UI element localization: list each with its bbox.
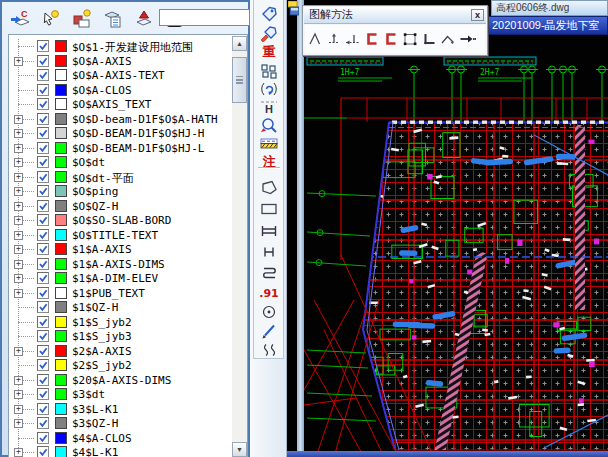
layer-color-swatch[interactable]: [55, 403, 67, 415]
layer-color-swatch[interactable]: [55, 316, 67, 328]
layer-visibility-checkbox[interactable]: [37, 200, 49, 212]
expand-icon[interactable]: +: [14, 419, 23, 428]
layer-visibility-checkbox[interactable]: [37, 113, 49, 125]
layer-color-swatch[interactable]: [55, 272, 67, 284]
layer-color-swatch[interactable]: [55, 69, 67, 81]
polygon-icon[interactable]: [257, 177, 281, 196]
layer-color-swatch[interactable]: [55, 243, 67, 255]
layer-color-swatch[interactable]: [55, 200, 67, 212]
layer-visibility-checkbox[interactable]: [37, 316, 49, 328]
layer-color-swatch[interactable]: [55, 446, 67, 457]
expand-icon[interactable]: +: [14, 115, 23, 124]
minimized-window-icon[interactable]: [288, 1, 299, 16]
layer-row[interactable]: $4$A-CLOS: [9, 431, 230, 446]
layer-row[interactable]: $O$A-AXIS-TEXT: [9, 68, 230, 83]
bracket-red2-icon[interactable]: [381, 30, 400, 48]
wave-icon[interactable]: [257, 340, 281, 359]
layer-color-swatch[interactable]: [55, 98, 67, 110]
layer-visibility-checkbox[interactable]: [37, 330, 49, 342]
layer-row[interactable]: +$1$A-DIM-ELEV: [9, 271, 230, 286]
expand-icon[interactable]: +: [14, 245, 23, 254]
layer-convert-icon[interactable]: C: [6, 6, 33, 31]
layer-color-swatch[interactable]: [55, 301, 67, 313]
layer-visibility-checkbox[interactable]: [37, 40, 49, 52]
layer-visibility-checkbox[interactable]: [37, 345, 49, 357]
layer-color-swatch[interactable]: [55, 229, 67, 241]
layer-row[interactable]: +$O$dt-平面: [9, 170, 230, 185]
layer-row[interactable]: $2$S_jyb2: [9, 358, 230, 373]
mdi-titlebar-active[interactable]: 20201009-晶发地下室: [487, 16, 608, 35]
layer-color-swatch[interactable]: [55, 287, 67, 299]
layer-row[interactable]: +$O$D-BEAM-D1F$O$HJ-L: [9, 141, 230, 156]
layer-tree-list[interactable]: $O$1-开发建设用地范围+$O$A-AXIS$O$A-AXIS-TEXT$O$…: [8, 34, 248, 457]
layer-row[interactable]: +$1$A-AXIS-DIMS: [9, 257, 230, 272]
layer-visibility-checkbox[interactable]: [37, 403, 49, 415]
layer-color-swatch[interactable]: [55, 40, 67, 52]
layer-row[interactable]: +$3$dt: [9, 387, 230, 402]
scrollbar[interactable]: ▲ ▼: [232, 36, 247, 457]
layer-visibility-checkbox[interactable]: [37, 272, 49, 284]
layer-visibility-checkbox[interactable]: [37, 432, 49, 444]
layer-row[interactable]: $1$S_jyb2: [9, 315, 230, 330]
expand-icon[interactable]: +: [14, 173, 23, 182]
scroll-down-button[interactable]: ▼: [232, 442, 247, 457]
layer-walk-icon[interactable]: [37, 6, 64, 31]
layer-visibility-checkbox[interactable]: [37, 214, 49, 226]
layer-visibility-checkbox[interactable]: [37, 55, 49, 67]
layer-visibility-checkbox[interactable]: [37, 446, 49, 457]
layer-visibility-checkbox[interactable]: [37, 301, 49, 313]
rect-handles-icon[interactable]: [400, 30, 419, 48]
layer-visibility-checkbox[interactable]: [37, 98, 49, 110]
expand-icon[interactable]: +: [14, 216, 23, 225]
expand-icon[interactable]: +: [14, 448, 23, 457]
layer-color-swatch[interactable]: [55, 84, 67, 96]
layer-visibility-checkbox[interactable]: [37, 359, 49, 371]
layer-match-icon[interactable]: [68, 6, 95, 31]
layer-visibility-checkbox[interactable]: [37, 185, 49, 197]
zhu-text-icon[interactable]: 注: [257, 152, 281, 171]
beam-icon[interactable]: [257, 221, 281, 240]
angle-arrow-icon[interactable]: [438, 30, 457, 48]
layer-color-swatch[interactable]: [55, 214, 67, 226]
layer-row[interactable]: $1$S_jyb3: [9, 329, 230, 344]
layer-color-swatch[interactable]: [55, 417, 67, 429]
arrow-dots-icon[interactable]: [457, 30, 476, 48]
layer-row[interactable]: +$4$L-K1: [9, 445, 230, 457]
layer-row[interactable]: +$1$A-AXIS: [9, 242, 230, 257]
scrollbar-thumb[interactable]: [232, 57, 247, 103]
layer-visibility-checkbox[interactable]: [37, 84, 49, 96]
expand-icon[interactable]: +: [14, 376, 23, 385]
layer-row[interactable]: +$2$A-AXIS: [9, 344, 230, 359]
layer-row[interactable]: +$O$dt: [9, 155, 230, 170]
layer-visibility-checkbox[interactable]: [37, 142, 49, 154]
layer-color-swatch[interactable]: [55, 113, 67, 125]
axis-h-icon[interactable]: H: [257, 97, 281, 116]
perp-short-icon[interactable]: [324, 30, 343, 48]
expand-icon[interactable]: +: [14, 57, 23, 66]
layer-row[interactable]: +$O$SO-SLAB-BORD: [9, 213, 230, 228]
layer-row[interactable]: $O$A-CLOS: [9, 83, 230, 98]
layer-visibility-checkbox[interactable]: [37, 156, 49, 168]
layer-row[interactable]: +$O$D-BEAM-D1F$O$HJ-H: [9, 126, 230, 141]
layer-row[interactable]: +$1$PUB_TEXT: [9, 286, 230, 301]
layer-visibility-checkbox[interactable]: [37, 417, 49, 429]
layer-color-swatch[interactable]: [55, 432, 67, 444]
layer-color-swatch[interactable]: [55, 388, 67, 400]
tag-icon[interactable]: [257, 3, 281, 22]
layer-color-swatch[interactable]: [55, 374, 67, 386]
layer-visibility-checkbox[interactable]: [37, 229, 49, 241]
layer-row[interactable]: +$O$D-beam-D1F$O$A-HATH: [9, 112, 230, 127]
expand-icon[interactable]: +: [14, 405, 23, 414]
layer-color-swatch[interactable]: [55, 359, 67, 371]
layer-row[interactable]: +$O$A-AXIS: [9, 54, 230, 69]
layer-color-swatch[interactable]: [55, 127, 67, 139]
angle-icon[interactable]: [305, 30, 324, 48]
expand-icon[interactable]: +: [14, 158, 23, 167]
layer-color-swatch[interactable]: [55, 156, 67, 168]
hatch-bar-icon[interactable]: [257, 134, 281, 153]
layer-row[interactable]: +$O$QZ-H: [9, 199, 230, 214]
layer-row[interactable]: +$3$QZ-H: [9, 416, 230, 431]
corner-icon[interactable]: [419, 30, 438, 48]
expand-icon[interactable]: +: [14, 390, 23, 399]
zhong-text-icon[interactable]: 重: [257, 42, 281, 61]
